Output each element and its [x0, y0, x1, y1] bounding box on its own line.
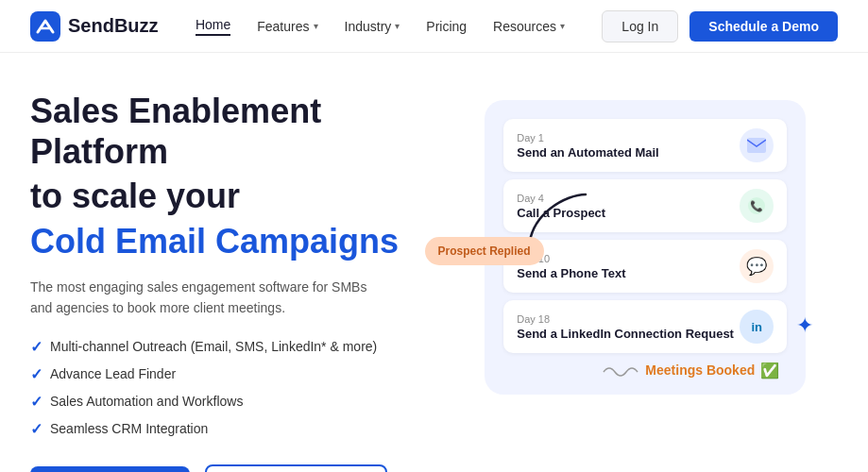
check-icon: ✓	[30, 338, 43, 356]
nav-features[interactable]: Features ▾	[257, 19, 317, 34]
step-action: Send a LinkedIn Connection Request	[517, 327, 734, 341]
svg-text:📞: 📞	[750, 199, 763, 212]
meetings-booked-label: Meetings Booked	[645, 362, 755, 378]
svg-rect-0	[30, 11, 60, 42]
navbar: SendBuzz Home Features ▾ Industry ▾ Pric…	[0, 0, 868, 53]
list-item: ✓ Seamless CRM Integration	[30, 420, 416, 438]
login-button[interactable]: Log In	[602, 10, 678, 42]
wave-icon	[602, 361, 639, 379]
svg-rect-2	[747, 138, 766, 153]
sequence-step-1: Day 1 Send an Automated Mail	[503, 119, 787, 172]
step-day: Day 18	[517, 313, 734, 325]
list-item: ✓ Multi-channel Outreach (Email, SMS, Li…	[30, 338, 416, 356]
chevron-down-icon: ▾	[314, 21, 318, 31]
check-icon: ✓	[30, 365, 43, 383]
hero-subtitle: The most engaging sales engagement softw…	[30, 277, 370, 319]
nav-resources[interactable]: Resources ▾	[493, 19, 565, 34]
logo-icon	[30, 11, 60, 42]
mail-icon	[740, 128, 774, 162]
meetings-check-icon: ✅	[760, 362, 779, 379]
cta-buttons: Start Free Trial Schedule a Demo	[30, 464, 416, 472]
step-action: Send an Automated Mail	[517, 145, 658, 160]
linkedin-icon: in	[740, 310, 774, 344]
star-decoration: ✦	[796, 313, 813, 338]
chevron-down-icon: ▾	[395, 21, 400, 31]
check-icon: ✓	[30, 420, 43, 438]
list-item: ✓ Sales Automation and Workflows	[30, 393, 416, 411]
hero-title-line3: Cold Email Campaigns	[30, 221, 416, 261]
schedule-demo-nav-button[interactable]: Schedule a Demo	[689, 11, 838, 42]
hero-title-line1: Sales Enablement Platform	[30, 91, 416, 172]
phone-icon: 📞	[740, 189, 774, 223]
check-icon: ✓	[30, 393, 43, 411]
prospect-replied-badge: Prospect Replied	[425, 237, 544, 265]
meetings-booked-row: Meetings Booked ✅	[503, 361, 787, 379]
sms-icon: 💬	[740, 249, 774, 283]
logo-text: SendBuzz	[68, 15, 159, 37]
start-free-trial-button[interactable]: Start Free Trial	[30, 466, 190, 472]
hero-title-line2: to scale your	[30, 176, 416, 216]
hero-left: Sales Enablement Platform to scale your …	[30, 91, 416, 472]
nav-actions: Log In Schedule a Demo	[602, 10, 838, 42]
features-list: ✓ Multi-channel Outreach (Email, SMS, Li…	[30, 338, 416, 438]
step-text: Day 18 Send a LinkedIn Connection Reques…	[517, 313, 734, 341]
chevron-down-icon: ▾	[560, 21, 565, 31]
sequence-step-4: Day 18 Send a LinkedIn Connection Reques…	[503, 300, 787, 353]
step-action: Send a Phone Text	[517, 266, 625, 280]
nav-industry[interactable]: Industry ▾	[345, 19, 400, 34]
step-day: Day 1	[517, 132, 658, 143]
nav-pricing[interactable]: Pricing	[426, 19, 467, 34]
nav-links: Home Features ▾ Industry ▾ Pricing Resou…	[196, 17, 565, 36]
step-text: Day 1 Send an Automated Mail	[517, 132, 658, 160]
logo: SendBuzz	[30, 11, 159, 42]
schedule-demo-main-button[interactable]: Schedule a Demo	[205, 464, 387, 472]
list-item: ✓ Advance Lead Finder	[30, 365, 416, 383]
main-content: Sales Enablement Platform to scale your …	[0, 53, 868, 472]
nav-home[interactable]: Home	[196, 17, 230, 36]
hero-right: Prospect Replied Day 1 Send an Automated…	[453, 91, 839, 472]
